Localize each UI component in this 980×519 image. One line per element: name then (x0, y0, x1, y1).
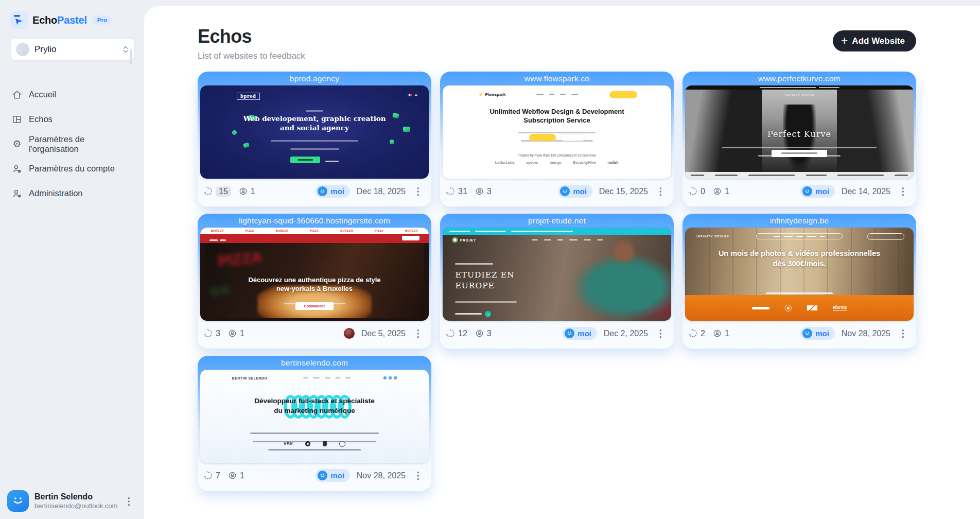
page-subtitle: List of websites to feedback (198, 51, 305, 61)
organization-selector[interactable]: Prylio (10, 38, 135, 61)
owner-avatar-icon (565, 328, 574, 338)
owner-badge[interactable]: moi (316, 469, 350, 482)
organization-avatar (16, 43, 29, 56)
site-trusted-line: Trusted by more than 100 companies in 10… (443, 153, 671, 157)
chevron-up-down-icon (122, 45, 129, 54)
brand-name-primary: Echo (32, 14, 57, 26)
partner-logo: uproar (526, 160, 538, 165)
sidebar-item-administration[interactable]: Administration (10, 183, 135, 203)
card-footer: 15 1 moi Dec 18, 2025 ⋮ (198, 179, 431, 204)
site-ticker (685, 172, 914, 179)
comments-stat: 7 (204, 471, 220, 480)
hamburger-icon: ≡ (415, 93, 417, 97)
echo-card-bertinselendo[interactable]: bertinselendo.com BERTIN SELENDO Dévelop… (198, 356, 431, 491)
card-footer: 0 1 moi Dec 14, 2025 ⋮ (682, 179, 916, 204)
user-name: Bertin Selendo (34, 492, 115, 501)
comments-stat: 0 (689, 187, 705, 196)
site-headline: Découvrez une authentique pizza de style… (205, 276, 424, 293)
members-stat: 3 (475, 187, 492, 196)
website-thumbnail[interactable]: ⚡Flowspark Unlimited Webflow Design & De… (443, 85, 671, 179)
sidebar-item-label: Paramètres du compte (29, 164, 115, 174)
brand: EchoPastel Pro (10, 11, 135, 29)
comment-icon (446, 329, 455, 338)
site-nav-button (402, 236, 419, 240)
organization-name: Prylio (34, 44, 117, 55)
card-date: Dec 15, 2025 (599, 187, 648, 196)
page-header-text: Echos List of websites to feedback (198, 26, 305, 61)
members-count: 1 (240, 471, 244, 480)
sidebar-item-parametres-organisation[interactable]: ⚙ Paramètres de l'organisation (10, 134, 135, 154)
user-meta: Bertin Selendo bertinselendo@outlook.com (34, 492, 115, 510)
app-title: EchoPastel (32, 14, 87, 26)
site-nav-pill (756, 233, 843, 239)
website-thumbnail[interactable]: INFINITY DESIGN Un mois de photos & vidé… (685, 228, 914, 321)
sidebar-item-parametres-compte[interactable]: Paramètres du compte (10, 159, 135, 179)
website-thumbnail[interactable]: BERTIN SELENDO Développeur full-stack et… (200, 370, 429, 463)
site-subtext (200, 135, 429, 151)
members-stat: 1 (239, 187, 255, 196)
site-headline: Unlimited Webflow Design & Development S… (443, 107, 671, 125)
owner-badge[interactable]: moi (558, 185, 592, 198)
partner-logo: solid. (607, 160, 619, 165)
echo-card-grid: bprod.agency bprod ≡ Web developement, g… (198, 72, 916, 491)
website-thumbnail[interactable]: bprod ≡ Web developement, graphic creati… (200, 85, 429, 179)
user-menu-button[interactable]: ⋮ (121, 494, 137, 508)
echo-card-perfectkurve[interactable]: www.perfectkurve.com Perfect Kurve Perfe… (682, 72, 916, 206)
owner-avatar[interactable] (344, 328, 355, 339)
echo-card-infinitydesign[interactable]: infinitydesign.be INFINITY DESIGN Un moi… (682, 214, 916, 349)
sidebar-resize-handle[interactable] (130, 49, 132, 65)
user-profile[interactable]: Bertin Selendo bertinselendo@outlook.com… (7, 490, 137, 512)
card-date: Dec 18, 2025 (357, 187, 406, 196)
card-menu-button[interactable]: ⋮ (410, 469, 426, 482)
site-secondary-button (325, 155, 339, 164)
website-thumbnail[interactable]: BURGERPIZZABURGERPIZZABURGERPIZZABURGER … (200, 228, 429, 321)
card-menu-button[interactable]: ⋮ (410, 184, 426, 198)
card-menu-button[interactable]: ⋮ (410, 326, 426, 340)
user-email: bertinselendo@outlook.com (34, 502, 115, 510)
add-website-button[interactable]: + Add Website (833, 30, 916, 51)
people-icon (713, 187, 722, 196)
site-hero: Web developement, graphic creation and s… (200, 110, 429, 164)
site-announcement-bar (443, 228, 671, 235)
comment-icon (689, 187, 697, 196)
website-thumbnail[interactable]: Perfect Kurve Perfect Kurve (685, 85, 914, 179)
owner-badge[interactable]: moi (800, 185, 835, 198)
site-social-icons (383, 376, 397, 379)
site-nav-button (609, 91, 637, 98)
site-hero-text: ETUDIEZ EN EUROPE → (455, 257, 542, 317)
client-logo-row: KPM (200, 441, 429, 447)
sidebar-item-accueil[interactable]: Accueil (10, 84, 135, 105)
owner-badge[interactable]: moi (800, 327, 835, 340)
owner-badge[interactable]: moi (563, 327, 597, 340)
sidebar-item-echos[interactable]: Echos (10, 109, 135, 129)
owner-label: moi (573, 187, 587, 196)
card-menu-button[interactable]: ⋮ (895, 326, 911, 340)
card-footer: 3 1 Dec 5, 2025 ⋮ (198, 321, 431, 346)
neon-sign: PIZZA (217, 248, 264, 270)
spark-icon: ⚡ (479, 92, 484, 97)
site-cta-button: Commander (295, 302, 334, 310)
site-cta-button (529, 134, 556, 141)
echo-card-bprod[interactable]: bprod.agency bprod ≡ Web developement, g… (198, 72, 431, 206)
card-menu-button[interactable]: ⋮ (653, 326, 669, 340)
echo-card-projet-etude[interactable]: projet-etude.net PROJET ETUDIEZ EN EUROP… (440, 214, 674, 349)
partner-logo: efarmz (833, 305, 847, 311)
card-menu-button[interactable]: ⋮ (895, 184, 911, 198)
owner-badge[interactable]: moi (316, 185, 350, 198)
echo-card-flowspark[interactable]: www.flowspark.co ⚡Flowspark Unlimited We… (440, 72, 674, 206)
echo-card-pizza[interactable]: lightcyan-squid-360660.hostingersite.com… (198, 214, 431, 349)
comments-stat: 12 (446, 329, 467, 338)
site-announcement-bar (685, 85, 914, 90)
owner-avatar-icon (560, 186, 570, 196)
add-website-label: Add Website (852, 36, 905, 46)
card-menu-button[interactable]: ⋮ (653, 184, 669, 198)
card-date: Nov 28, 2025 (842, 329, 890, 338)
main-panel: Echos List of websites to feedback + Add… (144, 6, 980, 519)
site-logo: ⚡Flowspark (479, 92, 506, 97)
site-logo-mark (452, 237, 458, 243)
home-icon (11, 89, 23, 100)
site-buttons (200, 155, 429, 164)
website-thumbnail[interactable]: PROJET ETUDIEZ EN EUROPE → (443, 228, 671, 321)
card-domain: bertinselendo.com (198, 356, 431, 370)
admin-user-icon (11, 188, 23, 199)
